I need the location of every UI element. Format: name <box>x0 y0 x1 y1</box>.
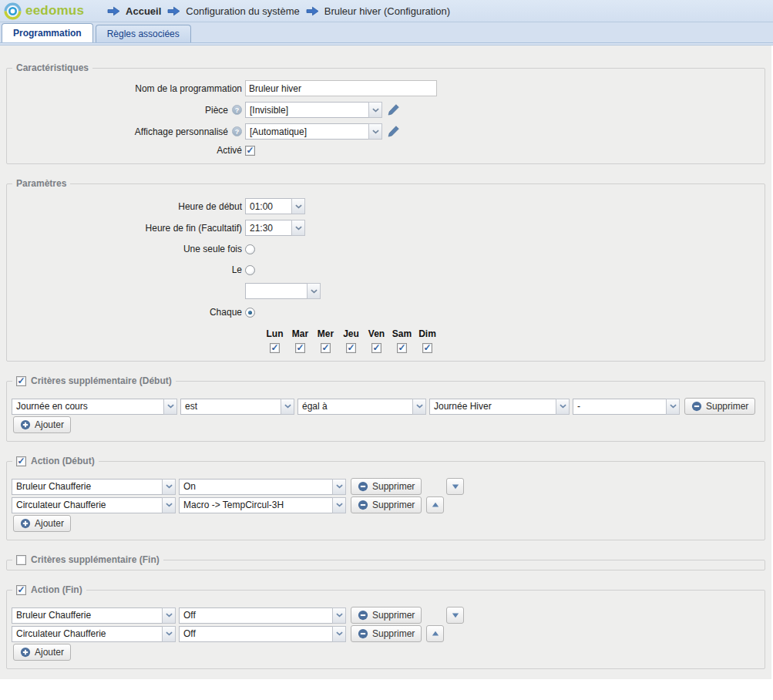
help-icon[interactable] <box>232 126 242 136</box>
minus-circle-icon <box>358 628 368 639</box>
on-date-radio[interactable] <box>245 265 255 275</box>
delete-action-button[interactable]: Supprimer <box>351 496 422 513</box>
action-device-select[interactable]: Circulateur Chaufferie <box>12 626 176 642</box>
move-action-up-button[interactable] <box>426 625 444 642</box>
weekday-selector: Lun Mar Mer Jeu Ven Sam <box>262 328 760 353</box>
weekday-sun-checkbox[interactable] <box>422 343 432 353</box>
help-icon[interactable] <box>232 105 242 115</box>
weekday-thu-checkbox[interactable] <box>346 343 356 353</box>
name-label: Nom de la programmation <box>12 83 245 94</box>
programmation-name-input[interactable] <box>245 80 437 96</box>
breadcrumb: Accueil Configuration du système Bruleur… <box>107 5 450 17</box>
chevron-down-icon[interactable] <box>666 399 680 415</box>
add-action-button[interactable]: Ajouter <box>13 515 71 532</box>
tab-programmation[interactable]: Programmation <box>2 23 93 42</box>
action-value-select[interactable]: On <box>179 479 346 495</box>
eedomus-logo[interactable]: eedomus <box>4 2 84 20</box>
each-radio[interactable] <box>245 308 255 318</box>
chevron-down-icon[interactable] <box>556 399 570 415</box>
criteria-extra-select[interactable]: - <box>573 399 680 415</box>
action-device-select[interactable]: Bruleur Chaufferie <box>12 479 176 495</box>
plus-circle-icon <box>20 419 31 430</box>
breadcrumb-arrow-icon <box>107 6 120 16</box>
criteria-verb-select[interactable]: est <box>180 399 294 415</box>
chevron-down-icon[interactable] <box>291 220 305 236</box>
add-action-button[interactable]: Ajouter <box>13 644 71 661</box>
breadcrumb-arrow-icon <box>167 6 180 16</box>
delete-action-button[interactable]: Supprimer <box>351 478 422 495</box>
start-time-select[interactable]: 01:00 <box>245 198 305 214</box>
minus-circle-icon <box>358 500 368 510</box>
action-value-select[interactable]: Macro -> TempCircul-3H <box>179 497 346 513</box>
criteria-operator-select[interactable]: égal à <box>297 399 426 415</box>
weekday-wed-checkbox[interactable] <box>321 343 331 353</box>
chevron-down-icon[interactable] <box>162 479 176 495</box>
action-value-select[interactable]: Off <box>179 626 346 642</box>
breadcrumb-current-page[interactable]: Bruleur hiver (Configuration) <box>306 5 450 17</box>
criteria-value-select[interactable]: Journée Hiver <box>429 399 570 415</box>
criteria-subject-select[interactable]: Journée en cours <box>12 399 177 415</box>
room-label: Pièce <box>12 105 245 116</box>
delete-action-button[interactable]: Supprimer <box>351 607 422 624</box>
weekday-wed: Mer <box>313 328 338 353</box>
delete-action-button[interactable]: Supprimer <box>351 625 422 642</box>
tab-bar: Programmation Règles associées <box>0 22 773 42</box>
date-select[interactable] <box>245 283 321 299</box>
edit-pencil-icon[interactable] <box>387 125 400 138</box>
logo-wordmark: eedomus <box>25 3 84 19</box>
criteres-fin-toggle-checkbox[interactable] <box>16 555 26 565</box>
move-action-up-button[interactable] <box>426 496 444 513</box>
weekday-sat-checkbox[interactable] <box>397 343 407 353</box>
active-label: Activé <box>12 145 245 156</box>
section-action-fin-legend: Action (Fin) <box>12 584 86 595</box>
chevron-down-icon[interactable] <box>281 399 294 415</box>
chevron-down-icon[interactable] <box>368 123 382 140</box>
chevron-down-icon[interactable] <box>163 399 177 415</box>
once-radio[interactable] <box>245 244 255 254</box>
tab-regles-associees[interactable]: Règles associées <box>96 25 191 42</box>
chevron-down-icon[interactable] <box>412 399 426 415</box>
custom-display-select[interactable]: [Automatique] <box>245 123 382 140</box>
weekday-mon-checkbox[interactable] <box>270 343 280 353</box>
move-action-down-button[interactable] <box>446 478 464 495</box>
chevron-down-icon[interactable] <box>368 102 382 118</box>
move-action-down-button[interactable] <box>446 607 464 624</box>
weekday-mon: Lun <box>262 328 287 353</box>
section-criteres-fin: Critères supplémentaire (Fin) <box>6 554 765 570</box>
weekday-tue-checkbox[interactable] <box>295 343 305 353</box>
action-debut-toggle-checkbox[interactable] <box>16 456 26 466</box>
section-parametres-legend: Paramètres <box>12 178 70 189</box>
end-time-select[interactable]: 21:30 <box>245 220 305 236</box>
triangle-down-icon <box>451 483 460 490</box>
chevron-down-icon[interactable] <box>291 198 305 214</box>
room-select[interactable]: [Invisible] <box>245 102 382 118</box>
action-device-select[interactable]: Bruleur Chaufferie <box>12 607 176 624</box>
active-checkbox[interactable] <box>245 146 255 156</box>
action-fin-toggle-checkbox[interactable] <box>16 585 26 595</box>
minus-circle-icon <box>358 481 368 492</box>
triangle-up-icon <box>431 501 440 509</box>
chevron-down-icon[interactable] <box>162 607 176 624</box>
chevron-down-icon[interactable] <box>332 479 346 495</box>
action-value-select[interactable]: Off <box>179 607 346 624</box>
chevron-down-icon[interactable] <box>332 626 346 642</box>
criteres-debut-toggle-checkbox[interactable] <box>16 376 26 386</box>
weekday-fri-checkbox[interactable] <box>371 343 381 353</box>
end-time-label: Heure de fin (Facultatif) <box>12 223 245 234</box>
edit-pencil-icon[interactable] <box>387 103 400 116</box>
eedomus-logo-icon <box>4 2 22 20</box>
on-date-label: Le <box>12 264 245 275</box>
breadcrumb-system-config[interactable]: Configuration du système <box>167 5 299 17</box>
chevron-down-icon[interactable] <box>162 497 176 513</box>
chevron-down-icon[interactable] <box>307 283 321 299</box>
section-caracteristiques: Caractéristiques Nom de la programmation… <box>6 62 765 164</box>
add-criteria-button[interactable]: Ajouter <box>13 416 71 433</box>
weekday-sat: Sam <box>389 328 415 353</box>
chevron-down-icon[interactable] <box>332 607 346 624</box>
action-device-select[interactable]: Circulateur Chaufferie <box>12 497 176 513</box>
start-time-label: Heure de début <box>12 201 245 212</box>
chevron-down-icon[interactable] <box>162 626 176 642</box>
breadcrumb-home[interactable]: Accueil <box>107 5 161 17</box>
chevron-down-icon[interactable] <box>332 497 346 513</box>
delete-criteria-button[interactable]: Supprimer <box>684 398 755 415</box>
